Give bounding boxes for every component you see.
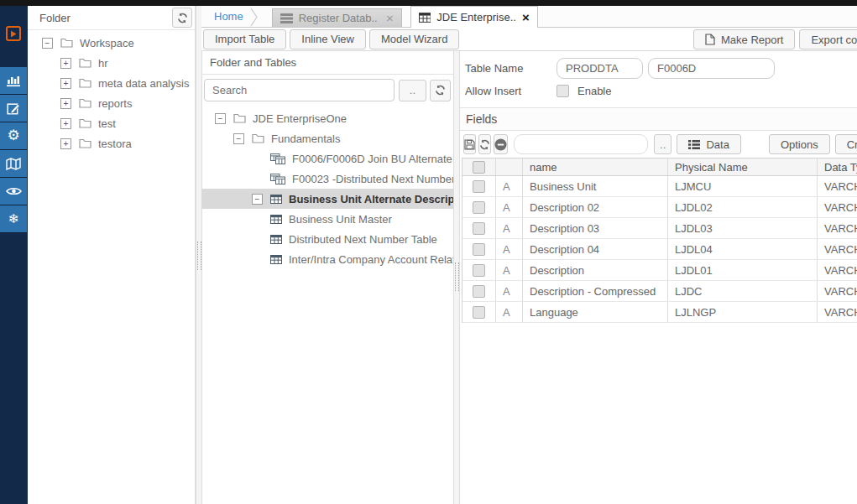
row-checkbox[interactable] (473, 201, 485, 214)
collapse-toggle-icon[interactable]: − (233, 133, 244, 144)
document-icon (705, 34, 715, 45)
create-button[interactable]: Cre (835, 134, 857, 154)
table-name-input[interactable] (648, 58, 775, 79)
allow-insert-row: Allow Insert Enable (465, 81, 857, 101)
expand-slot: + (60, 118, 72, 129)
export-content-button[interactable]: Export cont (799, 29, 857, 49)
expand-toggle-icon[interactable]: + (60, 58, 71, 69)
field-row[interactable]: ADescriptionLJDL01VARCHA (462, 260, 857, 281)
expand-toggle-icon[interactable]: + (60, 78, 71, 89)
row-checkbox[interactable] (473, 306, 485, 319)
folder-icon (252, 133, 264, 143)
sidebar-nav: ⚙ ❄ (0, 67, 27, 233)
row-checkbox-cell (462, 218, 496, 238)
expand-slot: − (252, 194, 264, 205)
field-row[interactable]: ADescription 04LJDL04VARCHA (462, 239, 857, 260)
row-checkbox[interactable] (473, 264, 485, 277)
sidebar-item-edit[interactable] (0, 95, 27, 122)
refresh-fields-button[interactable] (478, 134, 491, 154)
model-wizard-button[interactable]: Model Wizard (369, 29, 459, 49)
tree-item-label: Distributed Next Number Table (289, 233, 437, 246)
collapse-toggle-icon[interactable]: − (42, 38, 53, 49)
table-name-row: Table Name (465, 57, 857, 79)
app-logo-play-icon[interactable] (6, 26, 21, 41)
app-window: ⚙ ❄ Folder −Workspace+hr+meta data analy… (0, 0, 857, 504)
remove-field-button[interactable] (494, 134, 508, 154)
close-icon[interactable]: × (522, 11, 530, 23)
field-row[interactable]: ADescription 02LJDL02VARCHA (462, 197, 857, 218)
tree-refresh-button[interactable] (430, 80, 451, 101)
tree-item[interactable]: F00023 -Distributed Next Number (201, 169, 453, 189)
expand-slot: + (60, 98, 72, 109)
splitter-handle[interactable] (455, 262, 459, 291)
field-flag: A (496, 260, 523, 280)
row-checkbox[interactable] (473, 222, 485, 235)
allow-insert-label: Allow Insert (465, 85, 557, 97)
gear-icon: ⚙ (7, 129, 19, 143)
row-checkbox-cell (462, 281, 496, 301)
folder-refresh-button[interactable] (172, 8, 192, 28)
row-checkbox[interactable] (473, 243, 485, 256)
field-flag: A (496, 302, 523, 322)
refresh-icon (177, 13, 188, 23)
tree-item[interactable]: +reports (28, 93, 195, 113)
search-row: .. (201, 75, 453, 106)
sidebar-item-charts[interactable] (0, 67, 27, 95)
home-link[interactable]: Home (214, 10, 243, 23)
sidebar-item-settings[interactable]: ⚙ (0, 122, 27, 150)
field-row[interactable]: ABusiness UnitLJMCUVARCHA (462, 176, 857, 197)
enable-checkbox[interactable] (557, 85, 569, 97)
tree-item[interactable]: +testora (28, 133, 195, 153)
sidebar-item-map[interactable] (0, 150, 27, 178)
field-name: Description 02 (523, 197, 668, 217)
collapse-toggle-icon[interactable]: − (215, 113, 226, 124)
tree-item[interactable]: Distributed Next Number Table (201, 229, 453, 249)
expand-toggle-icon[interactable]: + (60, 98, 71, 109)
field-data-type: VARCHA (818, 176, 857, 196)
fields-more-button[interactable]: .. (654, 134, 671, 154)
row-checkbox[interactable] (473, 180, 485, 193)
table-details-pane: Table Name Allow Insert Enable Fields (460, 51, 857, 504)
tree-item[interactable]: +hr (28, 53, 195, 73)
sidebar-item-admin[interactable]: ❄ (0, 205, 27, 233)
sidebar-item-preview[interactable] (0, 178, 27, 205)
row-checkbox[interactable] (473, 285, 485, 298)
field-row[interactable]: ADescription - CompressedLJDCVARCHA (462, 281, 857, 302)
expand-toggle-icon[interactable]: + (60, 118, 71, 129)
field-name: Language (523, 302, 668, 322)
tree-item[interactable]: +test (28, 113, 195, 133)
import-table-button[interactable]: Import Table (203, 29, 286, 49)
tree-item[interactable]: Inter/Intra Company Account Relationshi (201, 249, 453, 269)
tree-item[interactable]: −Fundamentals (201, 128, 453, 148)
folder-icon-wrap (79, 98, 91, 108)
close-icon[interactable]: × (386, 12, 394, 24)
folder-icon (233, 113, 246, 123)
row-checkbox-cell (462, 197, 496, 217)
fields-toolbar: .. Data Options Cre (460, 131, 857, 158)
tree-item[interactable]: −JDE EnterpriseOne (201, 108, 453, 128)
field-row[interactable]: ADescription 03LJDL03VARCHA (462, 218, 857, 239)
tab-register-database[interactable]: Register Datab.. × (272, 8, 402, 27)
data-button[interactable]: Data (677, 134, 740, 154)
select-all-checkbox[interactable] (473, 161, 485, 174)
tree-item[interactable]: Business Unit Master (201, 209, 453, 229)
tree-item[interactable]: +meta data analysis (28, 73, 195, 93)
tab-jde-enterprise[interactable]: JDE Enterprise.. × (410, 6, 538, 28)
toolbar-right-group: Make Report Export cont (693, 29, 857, 49)
make-report-button[interactable]: Make Report (693, 29, 795, 49)
field-row[interactable]: ALanguageLJLNGPVARCHA (462, 302, 857, 323)
expand-toggle-icon[interactable]: + (60, 138, 71, 149)
schema-input[interactable] (557, 58, 643, 79)
tree-item[interactable]: −Workspace (28, 33, 195, 53)
tree-item[interactable]: F0006/F0006D Join BU Alternate Descrip (201, 148, 453, 169)
grid-header-Data Ty: Data Ty (818, 158, 857, 175)
save-button[interactable] (463, 134, 476, 154)
search-more-button[interactable]: .. (399, 80, 426, 101)
rows-icon (280, 13, 293, 23)
search-input[interactable] (204, 79, 395, 101)
tree-item[interactable]: −Business Unit Alternate Description Mas (201, 189, 453, 209)
options-button[interactable]: Options (769, 134, 830, 154)
inline-view-button[interactable]: Inline View (290, 29, 366, 49)
field-filter-input[interactable] (514, 134, 648, 154)
collapse-toggle-icon[interactable]: − (252, 194, 263, 205)
